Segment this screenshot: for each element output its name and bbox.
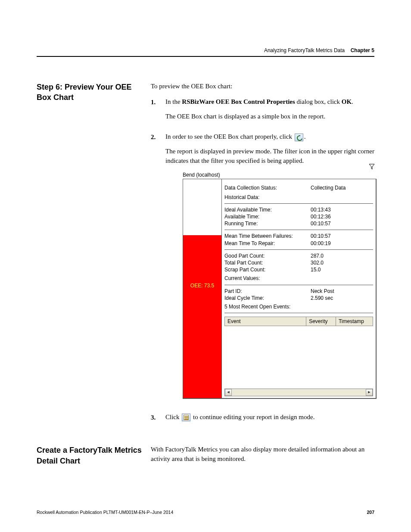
- avail-value: 00:12:36: [311, 213, 331, 220]
- step1-bold-ok: OK: [342, 98, 352, 105]
- step-1: In the RSBizWare OEE Box Control Propert…: [151, 97, 377, 127]
- scrap-label: Scrap Part Count:: [224, 266, 311, 273]
- step1-text-a: In the: [165, 98, 182, 105]
- current-label: Current Values:: [224, 275, 311, 282]
- hist-label: Historical Data:: [224, 194, 311, 201]
- col-timestamp[interactable]: Timestamp: [336, 317, 373, 326]
- scrap-value: 15.0: [311, 266, 321, 273]
- step2-text-a: In order to see the OEE Box chart proper…: [165, 133, 294, 140]
- mttr-value: 00:00:19: [311, 240, 331, 247]
- events-label: 5 Most Recent Open Events:: [224, 303, 311, 310]
- step1-text-c: dialog box, click: [295, 98, 342, 105]
- col-severity[interactable]: Severity: [306, 317, 336, 326]
- run-label: Running Time:: [224, 220, 311, 227]
- partid-label: Part ID:: [224, 288, 311, 295]
- good-label: Good Part Count:: [224, 252, 311, 259]
- col-event[interactable]: Event: [225, 317, 306, 326]
- mtbf-value: 00:10:57: [311, 233, 331, 240]
- step3-text-a: Click: [165, 414, 181, 420]
- mtbf-label: Mean Time Between Failures:: [224, 233, 311, 240]
- footer-page-number: 207: [367, 510, 374, 515]
- dcs-label: Data Collection Status:: [224, 184, 311, 191]
- oee-gauge-label: OEE: 73.5: [183, 282, 221, 289]
- mttr-label: Mean Time To Repair:: [224, 240, 311, 247]
- ict-label: Ideal Cycle Time:: [224, 295, 311, 302]
- preview-icon[interactable]: [295, 134, 303, 141]
- section2-body: With FactoryTalk Metrics you can also di…: [151, 445, 374, 464]
- avail-label: Available Time:: [224, 213, 311, 220]
- oee-title: Bend (localhost): [183, 171, 377, 179]
- step3-text-b: to continue editing your report in desig…: [193, 414, 314, 420]
- ideal-label: Ideal Available Time:: [224, 206, 311, 213]
- scroll-left-button[interactable]: ◄: [225, 389, 232, 396]
- total-value: 302.0: [311, 259, 324, 266]
- footer-publication: Rockwell Automation Publication PLTMT-UM…: [37, 510, 173, 515]
- page-footer: Rockwell Automation Publication PLTMT-UM…: [37, 510, 374, 515]
- section-heading-step6: Step 6: Preview Your OEE Box Chart: [37, 82, 151, 433]
- scroll-right-button[interactable]: ►: [366, 389, 373, 396]
- oee-box-screenshot: Bend (localhost): [183, 171, 377, 399]
- run-value: 00:10:57: [311, 220, 331, 227]
- dcs-value: Collecting Data: [311, 184, 346, 191]
- step-3: Click to continue editing your report in…: [151, 413, 377, 427]
- step1-text-e: .: [352, 98, 353, 105]
- ict-value: 2.590 sec: [311, 295, 333, 302]
- events-table: Event Severity Timestamp: [224, 317, 373, 326]
- scroll-track[interactable]: [232, 389, 366, 396]
- good-value: 287.0: [311, 252, 324, 259]
- svg-marker-0: [369, 164, 374, 169]
- step1-bold-dialog: RSBizWare OEE Box Control Properties: [182, 98, 295, 105]
- step-2: In order to see the OEE Box chart proper…: [151, 132, 377, 406]
- horizontal-scrollbar[interactable]: ◄ ►: [224, 389, 373, 396]
- filter-icon[interactable]: [369, 164, 375, 170]
- section-heading-detail-chart: Create a FactoryTalk Metrics Detail Char…: [37, 445, 151, 470]
- running-header: Analyzing FactoryTalk Metrics Data Chapt…: [264, 47, 374, 53]
- header-rule: [37, 56, 374, 57]
- ideal-value: 00:13:43: [311, 206, 331, 213]
- step2-after-text: The report is displayed in preview mode.…: [165, 147, 377, 166]
- oee-gauge: OEE: 73.5: [183, 179, 222, 398]
- total-label: Total Part Count:: [224, 259, 311, 266]
- design-mode-icon[interactable]: [182, 414, 190, 421]
- intro-text: To preview the OEE Box chart:: [151, 82, 377, 91]
- header-breadcrumb: Analyzing FactoryTalk Metrics Data: [264, 47, 345, 53]
- step1-after-text: The OEE Box chart is displayed as a simp…: [165, 112, 377, 121]
- header-chapter: Chapter 5: [351, 47, 374, 53]
- partid-value: Neck Post: [311, 288, 334, 295]
